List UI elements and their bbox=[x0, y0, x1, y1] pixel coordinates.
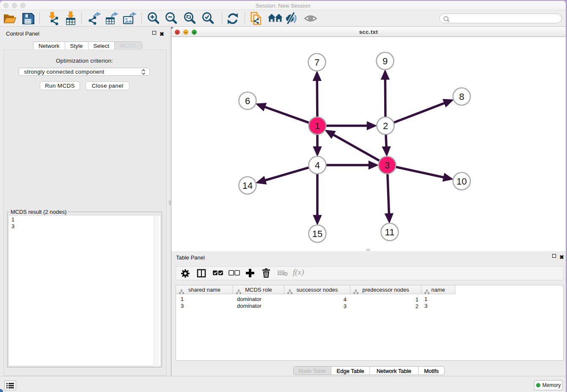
svg-text:7: 7 bbox=[314, 57, 319, 68]
svg-text:10: 10 bbox=[457, 176, 467, 187]
svg-text:9: 9 bbox=[383, 56, 388, 66]
svg-text:6: 6 bbox=[245, 96, 250, 106]
svg-text:15: 15 bbox=[312, 229, 322, 239]
svg-text:8: 8 bbox=[459, 91, 464, 102]
svg-text:4: 4 bbox=[315, 160, 320, 171]
svg-text:11: 11 bbox=[385, 227, 395, 237]
svg-text:2: 2 bbox=[383, 121, 388, 131]
svg-text:1: 1 bbox=[315, 121, 320, 131]
svg-text:3: 3 bbox=[385, 160, 390, 171]
svg-text:14: 14 bbox=[242, 180, 253, 191]
